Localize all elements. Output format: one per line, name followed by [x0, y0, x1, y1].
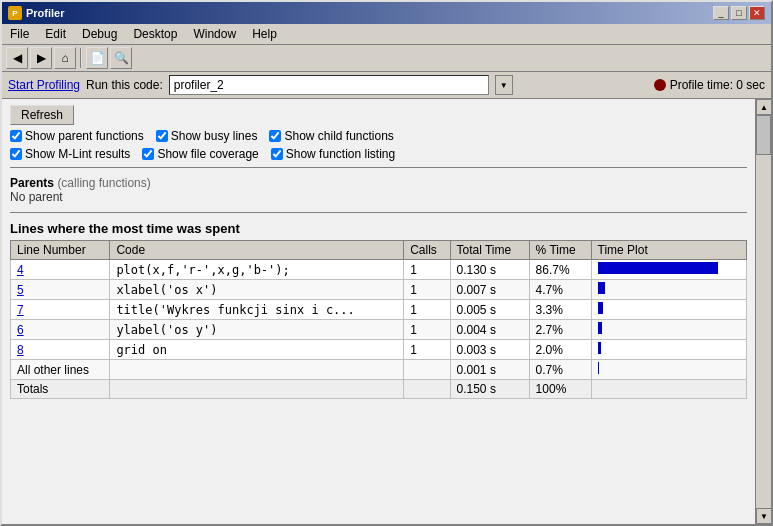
cell-code: xlabel('os x') [110, 280, 404, 300]
scroll-down-button[interactable]: ▼ [756, 508, 771, 524]
document-button[interactable]: 📄 [86, 47, 108, 69]
start-profiling-link[interactable]: Start Profiling [8, 78, 80, 92]
checkboxes-row-1: Show parent functions Show busy lines Sh… [10, 127, 747, 145]
refresh-button[interactable]: Refresh [10, 105, 74, 125]
menu-edit[interactable]: Edit [41, 26, 70, 42]
cell-calls: 1 [404, 260, 450, 280]
cell-calls: 1 [404, 320, 450, 340]
profile-time-label: Profile time: 0 sec [670, 78, 765, 92]
cell-totals-label: Totals [11, 380, 110, 399]
cell-total-time: 0.005 s [450, 300, 529, 320]
col-header-code: Code [110, 241, 404, 260]
profiler-bar: Start Profiling Run this code: ▼ Profile… [2, 72, 771, 99]
cell-line: 4 [11, 260, 110, 280]
minimize-button[interactable]: _ [713, 6, 729, 20]
menu-file[interactable]: File [6, 26, 33, 42]
no-parent-text: No parent [10, 190, 63, 204]
cell-time-plot [591, 320, 746, 340]
cell-other-calls [404, 360, 450, 380]
toolbar: ◀ ▶ ⌂ 📄 🔍 [2, 45, 771, 72]
divider-1 [10, 167, 747, 168]
cb-show-busy-lines[interactable]: Show busy lines [156, 129, 258, 143]
title-bar: P Profiler _ □ ✕ [2, 2, 771, 24]
title-bar-left: P Profiler [8, 6, 65, 20]
cell-code: plot(x,f,'r-',x,g,'b-'); [110, 260, 404, 280]
cell-other-label: All other lines [11, 360, 110, 380]
cell-totals-calls [404, 380, 450, 399]
content-area: Refresh Show parent functions Show busy … [2, 99, 771, 524]
window-controls: _ □ ✕ [713, 6, 765, 20]
cell-time-plot [591, 260, 746, 280]
cell-other-total: 0.001 s [450, 360, 529, 380]
divider-2 [10, 212, 747, 213]
cell-other-pct: 0.7% [529, 360, 591, 380]
cell-totals-code [110, 380, 404, 399]
cell-pct: 2.0% [529, 340, 591, 360]
cell-pct: 2.7% [529, 320, 591, 340]
cell-total-time: 0.004 s [450, 320, 529, 340]
code-input[interactable] [169, 75, 489, 95]
table-row: 7 title('Wykres funkcji sinx i c... 1 0.… [11, 300, 747, 320]
table-row: 6 ylabel('os y') 1 0.004 s 2.7% [11, 320, 747, 340]
cell-code: ylabel('os y') [110, 320, 404, 340]
menu-debug[interactable]: Debug [78, 26, 121, 42]
cell-time-plot [591, 340, 746, 360]
cell-totals-time: 0.150 s [450, 380, 529, 399]
code-dropdown[interactable]: ▼ [495, 75, 513, 95]
cell-pct: 4.7% [529, 280, 591, 300]
cb-show-function-listing[interactable]: Show function listing [271, 147, 395, 161]
table-row: 5 xlabel('os x') 1 0.007 s 4.7% [11, 280, 747, 300]
main-window: P Profiler _ □ ✕ File Edit Debug Desktop… [0, 0, 773, 526]
cell-line: 5 [11, 280, 110, 300]
profile-time: Profile time: 0 sec [654, 78, 765, 92]
col-header-line: Line Number [11, 241, 110, 260]
back-button[interactable]: ◀ [6, 47, 28, 69]
table-header-row: Line Number Code Calls Total Time % Time… [11, 241, 747, 260]
forward-button[interactable]: ▶ [30, 47, 52, 69]
scroll-up-button[interactable]: ▲ [756, 99, 771, 115]
cb-show-parent-functions[interactable]: Show parent functions [10, 129, 144, 143]
cb-show-child-functions[interactable]: Show child functions [269, 129, 393, 143]
toolbar-separator [80, 48, 82, 68]
menu-help[interactable]: Help [248, 26, 281, 42]
hotlines-table: Line Number Code Calls Total Time % Time… [10, 240, 747, 399]
maximize-button[interactable]: □ [731, 6, 747, 20]
home-button[interactable]: ⌂ [54, 47, 76, 69]
table-row: 8 grid on 1 0.003 s 2.0% [11, 340, 747, 360]
col-header-calls: Calls [404, 241, 450, 260]
main-content: Refresh Show parent functions Show busy … [2, 99, 755, 524]
totals-row: Totals 0.150 s 100% [11, 380, 747, 399]
col-header-time-plot: Time Plot [591, 241, 746, 260]
col-header-pct: % Time [529, 241, 591, 260]
parents-subtitle: (calling functions) [57, 176, 150, 190]
cell-time-plot [591, 300, 746, 320]
cell-total-time: 0.003 s [450, 340, 529, 360]
menu-window[interactable]: Window [189, 26, 240, 42]
hotlines-title: Lines where the most time was spent [10, 217, 747, 240]
parents-title: Parents [10, 176, 54, 190]
cell-calls: 1 [404, 340, 450, 360]
cell-totals-plot [591, 380, 746, 399]
cell-calls: 1 [404, 280, 450, 300]
checkboxes-row-2: Show M-Lint results Show file coverage S… [10, 145, 747, 163]
cell-line: 6 [11, 320, 110, 340]
run-code-label: Run this code: [86, 78, 163, 92]
scrollbar: ▲ ▼ [755, 99, 771, 524]
menu-desktop[interactable]: Desktop [129, 26, 181, 42]
cell-other-plot [591, 360, 746, 380]
close-button[interactable]: ✕ [749, 6, 765, 20]
cb-show-file-coverage[interactable]: Show file coverage [142, 147, 258, 161]
cell-line: 7 [11, 300, 110, 320]
cell-time-plot [591, 280, 746, 300]
scroll-track[interactable] [756, 115, 771, 508]
parents-section: Parents (calling functions) No parent [10, 172, 747, 208]
cb-show-mlint[interactable]: Show M-Lint results [10, 147, 130, 161]
scroll-thumb[interactable] [756, 115, 771, 155]
search-button[interactable]: 🔍 [110, 47, 132, 69]
cell-calls: 1 [404, 300, 450, 320]
time-indicator-dot [654, 79, 666, 91]
table-row: 4 plot(x,f,'r-',x,g,'b-'); 1 0.130 s 86.… [11, 260, 747, 280]
cell-pct: 86.7% [529, 260, 591, 280]
window-title: Profiler [26, 7, 65, 19]
cell-other-code [110, 360, 404, 380]
